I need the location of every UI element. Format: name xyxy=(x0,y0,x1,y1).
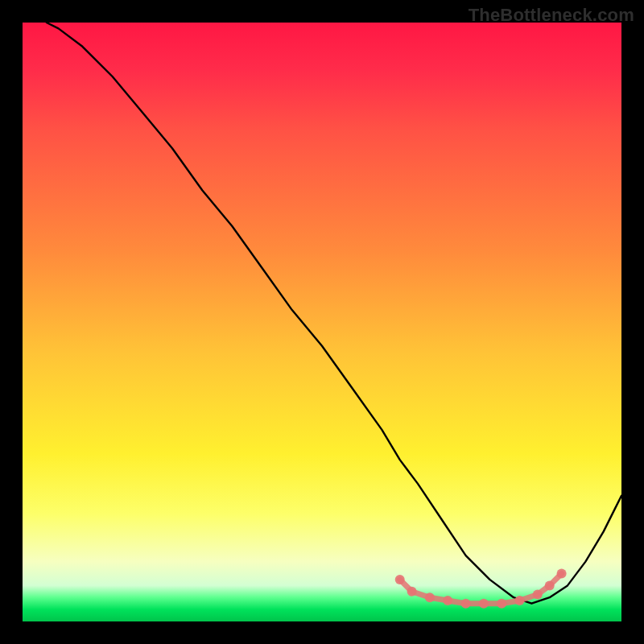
chart-overlay-svg xyxy=(23,23,621,621)
chart-root: TheBottleneck.com xyxy=(0,0,644,644)
optimal-range-marker xyxy=(443,596,452,605)
optimal-range-marker xyxy=(407,587,417,597)
plot-area xyxy=(23,23,621,621)
optimal-range-marker xyxy=(395,575,405,584)
optimal-range-marker xyxy=(497,599,506,609)
optimal-range-group xyxy=(395,569,567,609)
optimal-range-marker xyxy=(461,599,471,609)
bottleneck-curve-path xyxy=(47,23,621,604)
optimal-range-marker xyxy=(515,596,525,605)
optimal-range-marker xyxy=(479,599,489,609)
optimal-range-marker xyxy=(545,580,555,590)
optimal-range-marker xyxy=(425,592,435,602)
optimal-range-marker xyxy=(533,590,543,600)
optimal-range-marker xyxy=(557,569,567,579)
